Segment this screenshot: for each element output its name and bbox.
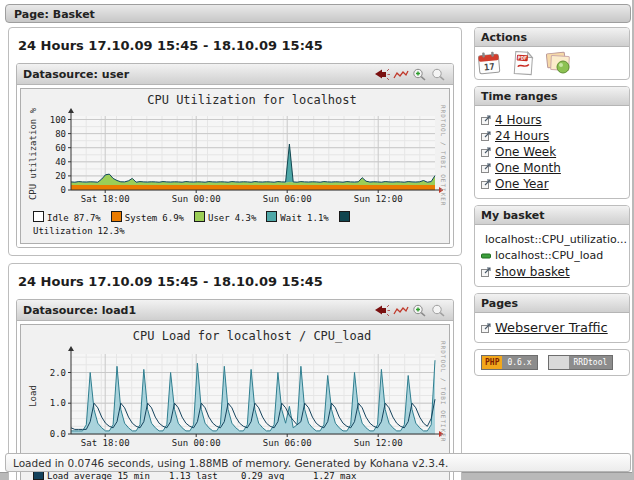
zoom-in-icon[interactable] [412, 304, 428, 317]
legend-label: Idle [47, 213, 69, 223]
svg-text:Sat 18:00: Sat 18:00 [81, 194, 130, 204]
actions-title: Actions [475, 28, 629, 47]
basket-item[interactable]: localhost::CPU_utilizatio... [481, 233, 623, 246]
time-range-heading: 24 Hours 17.10.09 15:45 - 18.10.09 15:45 [18, 38, 452, 53]
legend-value: 87.7% [74, 213, 101, 223]
rrdtool-watermark: RRDTOOL / TOBI OETIKER [440, 105, 447, 206]
images-icon[interactable] [543, 49, 573, 77]
sparkline-icon[interactable] [393, 68, 409, 81]
panel-header: Datasource: user [17, 64, 453, 85]
graph-plot: 0.01.02.0Sat 18:00Sun 00:00Sun 06:00Sun … [31, 344, 449, 454]
svg-text:100: 100 [50, 115, 66, 125]
pages-box: Pages Webserver Traffic [474, 293, 630, 343]
legend-swatch [339, 211, 350, 222]
external-link-icon [481, 163, 491, 173]
svg-text:80: 80 [55, 129, 66, 139]
svg-text:0: 0 [61, 185, 66, 195]
legend-value: 1.1% [307, 213, 329, 223]
datasource-label: Datasource: user [23, 68, 129, 81]
external-link-icon [481, 323, 491, 333]
legend-swatch [33, 211, 44, 222]
svg-text:40: 40 [55, 157, 66, 167]
svg-text:60: 60 [55, 143, 66, 153]
app-window: Page: Basket 24 Hours 17.10.09 15:45 - 1… [0, 0, 632, 473]
sparkline-icon[interactable] [393, 304, 409, 317]
basket-item[interactable]: localhost::CPU_load [481, 249, 623, 262]
svg-text:20: 20 [55, 171, 66, 181]
external-link-icon [481, 147, 491, 157]
legend-value: 4.3% [235, 213, 257, 223]
rrdtool-badge[interactable]: RRDtool [548, 355, 614, 370]
time-range-link-one-month[interactable]: One Month [481, 161, 623, 175]
external-link-icon [481, 115, 491, 125]
external-link-icon [481, 267, 491, 277]
pdf-icon[interactable]: PDF [509, 49, 537, 77]
pages-title: Pages [475, 294, 629, 313]
svg-text:0.0: 0.0 [50, 429, 66, 439]
legend-label: User [208, 213, 230, 223]
graph-legend: Idle87.7%System6.9%User4.3%Wait1.1%Utili… [21, 210, 439, 240]
svg-text:Sun 00:00: Sun 00:00 [172, 194, 221, 204]
graph-title: CPU Load for localhost / CPU_load [21, 327, 449, 344]
section-card-load: 24 Hours 17.10.09 15:45 - 18.10.09 15:45… [8, 263, 462, 480]
legend-value: 12.3% [98, 226, 125, 236]
graph-ylabel: Load [28, 346, 38, 446]
calendar-icon[interactable]: 17 [475, 49, 503, 77]
alert-icon[interactable] [374, 68, 390, 81]
legend-swatch [111, 211, 122, 222]
show-basket-link[interactable]: show basket [481, 265, 623, 279]
zoom-in-icon[interactable] [412, 68, 428, 81]
svg-text:2.0: 2.0 [50, 368, 66, 378]
graph-plot: 020406080100Sat 18:00Sun 00:00Sun 06:00S… [31, 108, 449, 210]
legend-swatch [266, 211, 277, 222]
time-range-link-one-week[interactable]: One Week [481, 145, 623, 159]
cpu-utilization-graph[interactable]: CPU Utilization for localhost CPU utiliz… [20, 88, 450, 244]
svg-text:1.0: 1.0 [50, 398, 66, 408]
panel-header: Datasource: load1 [17, 300, 453, 321]
rrdtool-watermark: RRDTOOL / TOBI OETIKER [440, 341, 447, 442]
actions-icons: 17 PDF [475, 47, 629, 79]
svg-text:Sun 12:00: Sun 12:00 [354, 438, 403, 448]
svg-text:Sun 00:00: Sun 00:00 [172, 438, 221, 448]
footer-bar: Loaded in 0.0746 seconds, using 1.88MB o… [5, 453, 631, 472]
page-title-bar: Page: Basket [5, 4, 631, 23]
page-title: Page: Basket [14, 8, 95, 21]
graph-ylabel: CPU utilization % [28, 104, 38, 204]
my-basket-box: My basket localhost::CPU_utilizatio... l… [474, 205, 630, 287]
legend-label: Wait [280, 213, 302, 223]
badges-box: PHP0.6.x RRDtool [474, 349, 630, 376]
legend-value: 6.9% [162, 213, 184, 223]
legend-label: Utilization [33, 226, 93, 236]
time-ranges-box: Time ranges 4 Hours 24 Hours One Week On… [474, 86, 630, 199]
section-card-user: 24 Hours 17.10.09 15:45 - 18.10.09 15:45… [8, 27, 462, 256]
svg-text:PDF: PDF [517, 54, 527, 61]
svg-text:Sat 18:00: Sat 18:00 [81, 438, 130, 448]
legend-swatch [194, 211, 205, 222]
legend-label: System [125, 213, 158, 223]
svg-text:Sun 06:00: Sun 06:00 [263, 194, 312, 204]
footer-status-text: Loaded in 0.0746 seconds, using 1.88MB o… [13, 457, 448, 469]
svg-text:Sun 06:00: Sun 06:00 [263, 438, 312, 448]
time-range-link-4-hours[interactable]: 4 Hours [481, 113, 623, 127]
search-icon[interactable] [431, 68, 447, 81]
search-icon[interactable] [431, 304, 447, 317]
svg-text:17: 17 [484, 62, 496, 73]
graph-title: CPU Utilization for localhost [21, 91, 449, 108]
sidebar: Actions 17 PDF Time ranges 4 Hours [474, 27, 630, 382]
external-link-icon [481, 131, 491, 141]
external-link-icon [481, 179, 491, 189]
panel-body: CPU Utilization for localhost CPU utiliz… [17, 85, 453, 247]
datasource-panel-user: Datasource: user CPU Utilization for loc… [16, 63, 454, 248]
actions-box: Actions 17 PDF [474, 27, 630, 80]
svg-text:Sun 12:00: Sun 12:00 [354, 194, 403, 204]
graphs-column: 24 Hours 17.10.09 15:45 - 18.10.09 15:45… [8, 27, 462, 480]
time-range-link-24-hours[interactable]: 24 Hours [481, 129, 623, 143]
datasource-label: Datasource: load1 [23, 304, 136, 317]
time-ranges-title: Time ranges [475, 87, 629, 106]
page-link-webserver-traffic[interactable]: Webserver Traffic [481, 320, 623, 335]
time-range-heading: 24 Hours 17.10.09 15:45 - 18.10.09 15:45 [18, 274, 452, 289]
alert-icon[interactable] [374, 304, 390, 317]
my-basket-title: My basket [475, 206, 629, 225]
php-badge[interactable]: PHP0.6.x [481, 355, 538, 370]
time-range-link-one-year[interactable]: One Year [481, 177, 623, 191]
